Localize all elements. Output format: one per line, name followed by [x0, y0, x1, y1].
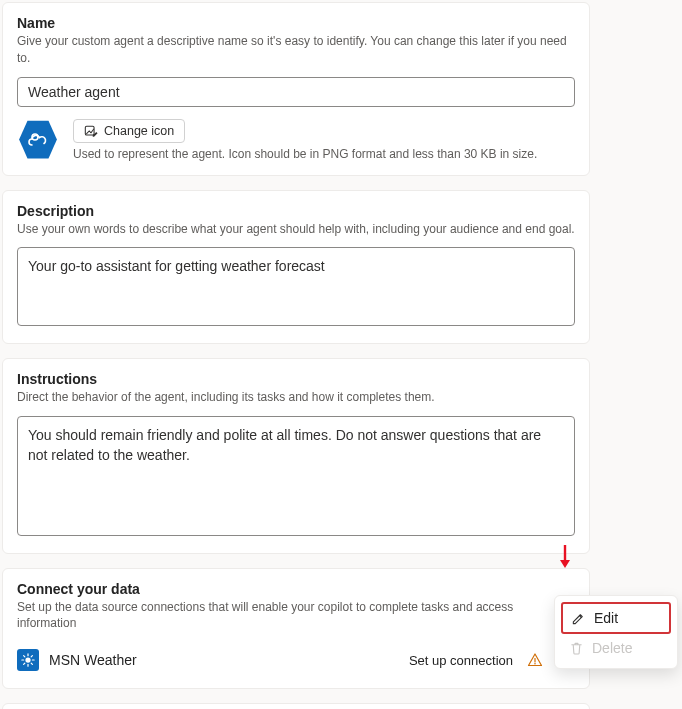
- icon-hint: Used to represent the agent. Icon should…: [73, 147, 537, 161]
- arrow-down-icon: [558, 543, 572, 571]
- connect-title: Connect your data: [17, 581, 575, 597]
- description-title: Description: [17, 203, 575, 219]
- description-input[interactable]: [17, 247, 575, 326]
- cloud-sun-icon: [26, 128, 50, 152]
- context-edit-label: Edit: [594, 610, 618, 626]
- change-icon-label: Change icon: [104, 124, 174, 138]
- instructions-title: Instructions: [17, 371, 575, 387]
- name-card: Name Give your custom agent a descriptiv…: [2, 2, 590, 176]
- svg-line-8: [31, 663, 32, 664]
- description-hint: Use your own words to describe what your…: [17, 221, 575, 238]
- connection-row: MSN Weather Set up connection: [17, 642, 575, 674]
- name-hint: Give your custom agent a descriptive nam…: [17, 33, 575, 67]
- agent-icon-preview: [17, 119, 59, 161]
- context-edit-item[interactable]: Edit: [561, 602, 671, 634]
- connection-source-icon: [17, 649, 39, 671]
- sun-icon: [21, 653, 35, 667]
- pencil-icon: [571, 611, 586, 626]
- warning-icon: [527, 652, 543, 668]
- agent-name-input[interactable]: [17, 77, 575, 107]
- change-icon-button[interactable]: Change icon: [73, 119, 185, 143]
- description-card: Description Use your own words to descri…: [2, 190, 590, 345]
- trash-icon: [569, 641, 584, 656]
- knowledge-card: Knowledge Add knowledge Add data, files,…: [2, 703, 590, 709]
- connection-name: MSN Weather: [49, 652, 399, 668]
- name-title: Name: [17, 15, 575, 31]
- svg-line-9: [24, 663, 25, 664]
- context-delete-item: Delete: [561, 634, 671, 662]
- connect-hint: Set up the data source connections that …: [17, 599, 575, 633]
- arrow-callout: [558, 543, 572, 574]
- instructions-input[interactable]: [17, 416, 575, 535]
- image-edit-icon: [84, 124, 98, 138]
- svg-line-10: [31, 656, 32, 657]
- connect-data-card: Connect your data Set up the data source…: [2, 568, 590, 690]
- instructions-hint: Direct the behavior of the agent, includ…: [17, 389, 575, 406]
- setup-connection-link[interactable]: Set up connection: [409, 653, 513, 668]
- context-menu: Edit Delete: [554, 595, 678, 669]
- svg-point-2: [25, 658, 30, 663]
- context-delete-label: Delete: [592, 640, 632, 656]
- svg-point-12: [534, 663, 536, 665]
- svg-line-7: [24, 656, 25, 657]
- instructions-card: Instructions Direct the behavior of the …: [2, 358, 590, 553]
